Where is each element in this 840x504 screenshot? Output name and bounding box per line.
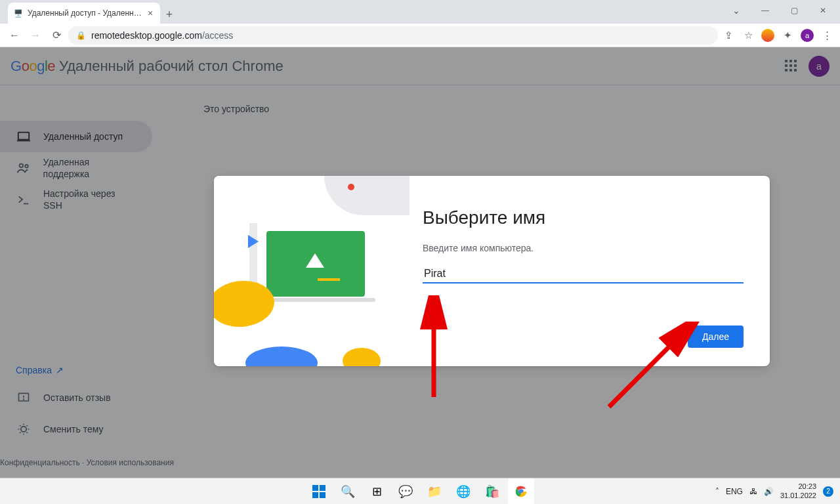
dialog-subtitle: Введите имя компьютера. (423, 243, 744, 253)
next-button[interactable]: Далее (688, 326, 744, 348)
window-maximize-icon[interactable]: ▢ (780, 0, 808, 21)
extensions-icon[interactable]: ✦ (780, 28, 795, 43)
taskbar-search-icon[interactable]: 🔍 (335, 478, 361, 505)
choose-name-dialog: Выберите имя Введите имя компьютера. Дал… (214, 176, 770, 366)
browser-toolbar: ← → ⟳ 🔒 remotedesktop.google.com/access … (0, 24, 840, 47)
window-minimize-icon[interactable]: — (751, 0, 780, 21)
taskbar-chat-icon[interactable]: 💬 (392, 478, 419, 505)
window-close-icon[interactable]: ✕ (808, 0, 837, 21)
forward-button[interactable]: → (26, 26, 45, 45)
lock-icon: 🔒 (76, 31, 86, 40)
bookmark-icon[interactable]: ☆ (740, 28, 756, 43)
taskbar-store-icon[interactable]: 🛍️ (479, 478, 505, 505)
dialog-title: Выберите имя (423, 207, 744, 228)
tray-network-icon[interactable]: 🖧 (749, 487, 757, 496)
profile-avatar[interactable]: a (799, 28, 815, 43)
tab-favicon: 🖥️ (13, 8, 24, 18)
browser-tab[interactable]: 🖥️ Удаленный доступ - Удаленный × (8, 3, 160, 24)
url-path: /access (202, 30, 233, 41)
chrome-menu-icon[interactable]: ⋮ (819, 28, 835, 43)
tray-volume-icon[interactable]: 🔊 (764, 487, 774, 496)
browser-tabstrip: 🖥️ Удаленный доступ - Удаленный × + ⌄ — … (0, 0, 840, 24)
taskbar-explorer-icon[interactable]: 📁 (421, 478, 448, 505)
toolbar-icons: ⇪ ☆ ✦ a ⋮ (721, 28, 835, 43)
taskbar-chrome-icon[interactable] (508, 478, 534, 505)
tray-chevron-icon[interactable]: ˄ (715, 487, 719, 496)
notification-badge[interactable]: 2 (823, 486, 833, 497)
task-view-icon[interactable]: ⊞ (364, 478, 390, 505)
dialog-illustration (214, 176, 396, 366)
tab-title: Удаленный доступ - Удаленный (28, 9, 142, 18)
window-controls: ⌄ — ▢ ✕ (722, 0, 837, 21)
taskbar-edge-icon[interactable]: 🌐 (450, 478, 476, 505)
tab-close-icon[interactable]: × (146, 9, 155, 18)
start-button[interactable] (306, 478, 332, 505)
new-tab-button[interactable]: + (160, 5, 178, 24)
windows-taskbar: 🔍 ⊞ 💬 📁 🌐 🛍️ ˄ ENG 🖧 🔊 20:23 31.01.2022 … (0, 478, 840, 504)
url-host: remotedesktop.google.com (91, 30, 202, 41)
back-button[interactable]: ← (5, 26, 24, 45)
tab-search-icon[interactable]: ⌄ (722, 0, 751, 21)
extension-face-icon[interactable] (760, 28, 776, 43)
tray-language[interactable]: ENG (726, 487, 743, 496)
page-content: Google Удаленный рабочий стол Chrome a У… (0, 47, 840, 478)
reload-button[interactable]: ⟳ (47, 26, 66, 45)
tray-clock[interactable]: 20:23 31.01.2022 (780, 482, 816, 499)
share-icon[interactable]: ⇪ (721, 28, 736, 43)
computer-name-input[interactable] (423, 265, 744, 284)
address-bar[interactable]: 🔒 remotedesktop.google.com/access (68, 26, 718, 45)
